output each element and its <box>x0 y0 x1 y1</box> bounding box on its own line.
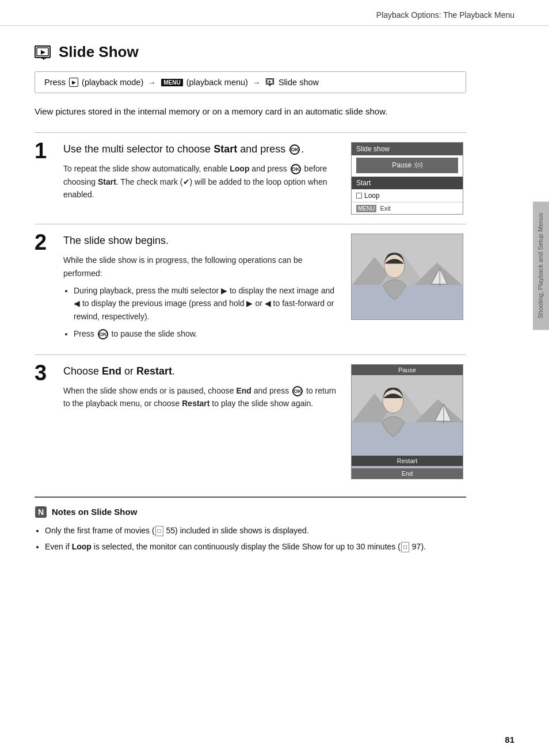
title-row: Slide Show <box>35 43 466 61</box>
menu-loop: Loop <box>352 189 463 203</box>
end-bar: End <box>352 468 463 479</box>
step-3-content: Choose End or Restart. When the slide sh… <box>63 364 340 410</box>
note-item-2: Even if Loop is selected, the monitor ca… <box>45 540 466 553</box>
menu-start: Start <box>352 177 463 189</box>
slideshow-icon <box>35 44 53 60</box>
svg-marker-7 <box>269 81 271 83</box>
step-2-section: 2 The slide show begins. While the slide… <box>35 224 466 345</box>
step-1-body: To repeat the slide show automatically, … <box>63 162 340 201</box>
preview-svg <box>352 234 463 319</box>
step-1-section: 1 Use the multi selector to choose Start… <box>35 132 466 215</box>
step-3-end: End <box>102 365 121 377</box>
pause-preview: Pause Restart End <box>351 364 463 479</box>
step-3-section: 3 Choose End or Restart. When the slide … <box>35 354 466 479</box>
breadcrumb-box: Press ▶ (playback mode) → MENU (playback… <box>35 71 466 93</box>
menu-exit-label: MENU <box>356 205 376 212</box>
note-item-1: Only the first frame of movies (□ 55) in… <box>45 524 466 537</box>
step-3-body: When the slide show ends or is paused, c… <box>63 384 340 410</box>
step-1-number: 1 <box>35 140 52 162</box>
notes-title: Notes on Slide Show <box>52 507 137 517</box>
ref-55: □ <box>155 526 163 536</box>
ref-97: □ <box>401 542 409 552</box>
ok-btn-2: OK <box>291 164 301 174</box>
menu-pause: Pause :⒪ <box>356 158 458 173</box>
bullet-1: During playback, press the multi selecto… <box>74 284 340 323</box>
breadcrumb-playback-menu: (playback menu) <box>186 78 248 87</box>
ok-btn-3: OK <box>98 329 108 339</box>
step-3-number: 3 <box>35 362 52 384</box>
breadcrumb-playback-mode: (playback mode) <box>82 78 143 87</box>
step-3-restart: Restart <box>136 365 172 377</box>
main-content: Slide Show Press ▶ (playback mode) → MEN… <box>0 26 501 568</box>
pause-bar: Pause <box>352 365 463 375</box>
svg-marker-4 <box>41 50 45 55</box>
step-2-title: The slide show begins. <box>63 234 340 248</box>
step-3-image: Pause Restart End <box>351 364 466 479</box>
header-text: Playback Options: The Playback Menu <box>376 10 514 20</box>
camera-preview <box>351 234 463 320</box>
notes-section: N Notes on Slide Show Only the first fra… <box>35 497 466 553</box>
step-1-title-end: and press <box>237 143 288 155</box>
step-3-title: Choose End or Restart. <box>63 364 340 379</box>
restart-bar: Restart <box>352 456 463 466</box>
side-tab: Shooting, Playback and Setup Menus <box>533 201 549 330</box>
step-2-content: The slide show begins. While the slide s… <box>63 234 340 345</box>
breadcrumb-press: Press <box>44 78 66 87</box>
arrow2: → <box>253 78 260 87</box>
step-2-image <box>351 234 466 320</box>
notes-list: Only the first frame of movies (□ 55) in… <box>35 524 466 553</box>
slideshow-icon-inline <box>266 78 275 86</box>
step-1-title-dot: . <box>301 143 304 155</box>
step-2-body: While the slide show is in progress, the… <box>63 254 340 340</box>
slideshow-menu: Slide show Pause :⒪ Start Loop MENU Exit <box>351 142 463 215</box>
step-1-image: Slide show Pause :⒪ Start Loop MENU Exit <box>351 142 466 215</box>
menu-exit: MENU Exit <box>352 203 463 214</box>
loop-checkbox <box>356 193 362 198</box>
menu-title: Slide show <box>352 143 463 155</box>
intro-text: View pictures stored in the internal mem… <box>35 105 466 119</box>
step-1-title-plain: Use the multi selector to choose <box>63 143 214 155</box>
page-title: Slide Show <box>59 43 139 61</box>
step-1-title-bold: Start <box>214 143 237 155</box>
playback-icon: ▶ <box>69 78 78 87</box>
menu-btn: MENU <box>161 79 182 86</box>
step-1-title: Use the multi selector to choose Start a… <box>63 142 340 156</box>
page-header: Playback Options: The Playback Menu <box>0 0 549 26</box>
breadcrumb-slideshow: Slide show <box>279 78 319 87</box>
step-2-number: 2 <box>35 231 52 253</box>
notes-title-row: N Notes on Slide Show <box>35 506 466 518</box>
svg-rect-14 <box>352 285 462 319</box>
ok-button-icon: OK <box>289 144 300 155</box>
bullet-2: Press OK to pause the slide show. <box>74 327 340 340</box>
arrow1: → <box>148 78 155 87</box>
svg-text:N: N <box>38 507 44 517</box>
notes-icon: N <box>35 506 47 518</box>
ok-btn-4: OK <box>292 386 303 396</box>
step-2-bullets: During playback, press the multi selecto… <box>63 284 340 341</box>
step-1-content: Use the multi selector to choose Start a… <box>63 142 340 201</box>
page-number: 81 <box>505 735 514 744</box>
